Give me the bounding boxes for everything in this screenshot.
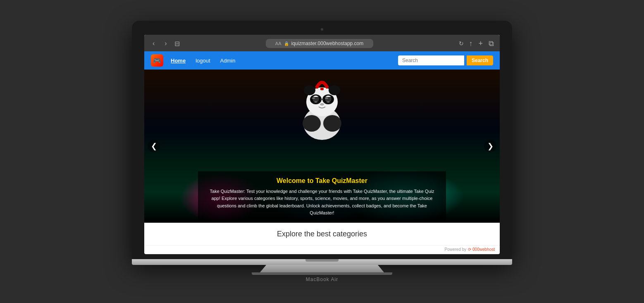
new-tab-icon[interactable]: + (478, 39, 483, 48)
navbar-links: Home logout Admin (169, 57, 398, 65)
powered-by-footer: Powered by ⟳ 000webhost (144, 245, 500, 253)
address-bar[interactable]: AA 🔒 iquizmaster.000webhostapp.com (266, 39, 373, 48)
address-bar-container: AA 🔒 iquizmaster.000webhostapp.com (185, 39, 454, 48)
svg-point-13 (312, 97, 315, 99)
slider-next-button[interactable]: ❯ (484, 140, 496, 152)
hero-slider: Welcome to Take QuizMaster Take QuizMast… (144, 70, 500, 223)
slider-prev-button[interactable]: ❮ (148, 140, 160, 152)
nav-admin[interactable]: Admin (219, 57, 237, 65)
svg-rect-16 (320, 88, 324, 90)
reader-icon: ⊟ (174, 40, 180, 48)
aa-label: AA (275, 41, 281, 46)
laptop-stand (260, 265, 384, 272)
navbar: 🎮 Home logout Admin Search (144, 51, 500, 70)
svg-rect-10 (310, 97, 320, 102)
laptop-foot (252, 272, 392, 275)
laptop-notch (305, 259, 339, 262)
url-text: iquizmaster.000webhostapp.com (291, 41, 364, 46)
laptop-base (132, 259, 512, 265)
svg-point-14 (325, 97, 328, 99)
svg-point-15 (320, 103, 324, 106)
svg-point-4 (304, 85, 315, 95)
svg-point-2 (323, 115, 341, 132)
forward-button[interactable]: › (162, 39, 169, 48)
camera-dot (321, 28, 323, 31)
logo-icon: 🎮 (153, 57, 161, 65)
hero-content: Welcome to Take QuizMaster Take QuizMast… (198, 171, 446, 223)
navbar-search: Search (398, 55, 493, 65)
share-icon[interactable]: ↑ (469, 39, 472, 48)
lock-icon: 🔒 (284, 41, 289, 46)
macbook-label: MacBook Air (132, 277, 512, 282)
panda-character (289, 70, 355, 144)
screen-bezel: ‹ › ⊟ AA 🔒 iquizmaster.000webhostapp.com… (132, 21, 512, 259)
navbar-logo: 🎮 (151, 54, 163, 67)
hero-description: Take QuizMaster: Test your knowledge and… (206, 188, 438, 217)
categories-title: Explore the best categories (151, 230, 493, 238)
laptop-container: ‹ › ⊟ AA 🔒 iquizmaster.000webhostapp.com… (132, 21, 512, 282)
search-button[interactable]: Search (467, 55, 493, 65)
svg-point-5 (329, 85, 340, 95)
reload-button[interactable]: ↻ (459, 40, 464, 47)
screen: ‹ › ⊟ AA 🔒 iquizmaster.000webhostapp.com… (144, 35, 500, 254)
browser-actions: ↑ + ⧉ (469, 39, 494, 48)
powered-by-text: Powered by (444, 247, 466, 252)
nav-logout[interactable]: logout (194, 57, 212, 65)
website-content: 🎮 Home logout Admin Search (144, 51, 500, 253)
hero-title: Welcome to Take QuizMaster (206, 177, 438, 185)
back-button[interactable]: ‹ (150, 39, 157, 48)
browser-chrome: ‹ › ⊟ AA 🔒 iquizmaster.000webhostapp.com… (144, 35, 500, 51)
tabs-icon[interactable]: ⧉ (489, 39, 494, 48)
nav-home[interactable]: Home (169, 57, 187, 65)
svg-point-1 (303, 115, 321, 132)
search-input[interactable] (398, 55, 464, 65)
svg-rect-11 (324, 97, 334, 102)
powered-by-brand: ⟳ 000webhost (468, 247, 495, 252)
categories-section: Explore the best categories (144, 223, 500, 245)
